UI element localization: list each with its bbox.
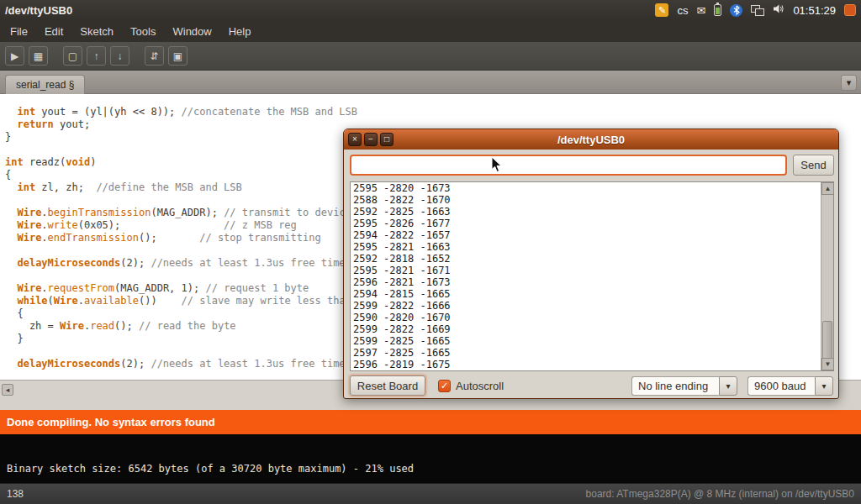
notes-icon[interactable]: ✎: [655, 3, 668, 17]
close-icon[interactable]: ×: [348, 133, 362, 146]
code-line: int yout = (yl|(yh << 8)); //concatenate…: [5, 106, 861, 118]
board-info: board: ATmega328P(A) @ 8 MHz (internal) …: [586, 488, 854, 500]
new-sketch-button[interactable]: ▢: [63, 46, 82, 66]
baud-rate-value[interactable]: 9600 baud: [747, 376, 815, 396]
menu-window[interactable]: Window: [164, 22, 219, 41]
scrollbar-thumb[interactable]: [822, 321, 832, 361]
scroll-up-icon[interactable]: ▲: [821, 182, 834, 195]
autoscroll-label: Autoscroll: [456, 380, 504, 392]
serial-output-line: 2595 -2821 -1671: [351, 265, 833, 276]
footer-bar: 138 board: ATmega328P(A) @ 8 MHz (intern…: [0, 483, 861, 504]
reset-board-button[interactable]: Reset Board: [350, 375, 425, 396]
send-button[interactable]: Send: [793, 155, 834, 176]
serial-monitor-window: × − □ /dev/ttyUSB0 Send 2595 -2820 -1673…: [343, 129, 839, 399]
serial-output-line: 2599 -2822 -1669: [351, 323, 833, 335]
status-bar: Done compiling. No syntax errors found: [0, 410, 861, 434]
menu-sketch[interactable]: Sketch: [71, 22, 122, 41]
serial-monitor-titlebar[interactable]: × − □ /dev/ttyUSB0: [344, 129, 838, 150]
toolbar: ▶▦▢↑↓⇵▣: [0, 42, 861, 71]
autoscroll-control: ✓ Autoscroll: [438, 375, 504, 396]
system-tray: ✎ cs ✉ 01:51:29: [655, 3, 856, 17]
menu-bar: FileEditSketchToolsWindowHelp: [0, 20, 861, 42]
menu-tools[interactable]: Tools: [122, 22, 164, 41]
build-console: Binary sketch size: 6542 bytes (of a 307…: [0, 434, 861, 483]
serial-output-line: 2596 -2819 -1675: [351, 359, 833, 370]
tab-menu-button[interactable]: ▾: [841, 75, 857, 91]
serial-output-line: 2588 -2822 -1670: [351, 194, 833, 206]
bluetooth-icon[interactable]: [730, 4, 742, 17]
save-sketch-button[interactable]: ↓: [110, 46, 129, 66]
line-ending-select[interactable]: No line ending ▾: [631, 376, 737, 396]
serial-output-line: 2595 -2826 -1677: [351, 218, 833, 229]
serial-output-scrollbar[interactable]: ▲ ▼: [821, 182, 833, 370]
baud-rate-select[interactable]: 9600 baud ▾: [747, 376, 833, 396]
reset-board-label: Reset Board: [357, 380, 418, 392]
stop-button[interactable]: ▦: [29, 46, 48, 66]
open-sketch-button[interactable]: ↑: [87, 46, 106, 66]
top-panel: /dev/ttyUSB0 ✎ cs ✉ 01:51:29: [0, 0, 861, 20]
minimize-icon[interactable]: −: [364, 133, 378, 146]
keyboard-layout-indicator[interactable]: cs: [677, 4, 688, 17]
verify-button[interactable]: ▶: [5, 46, 24, 66]
tab-serial-read[interactable]: serial_read §: [5, 75, 85, 94]
mail-icon[interactable]: ✉: [696, 4, 705, 17]
line-ending-value[interactable]: No line ending: [631, 376, 719, 396]
line-number-indicator: 138: [7, 488, 24, 500]
autoscroll-checkbox[interactable]: ✓: [438, 380, 451, 392]
menu-help[interactable]: Help: [220, 22, 260, 41]
chevron-down-icon[interactable]: ▾: [815, 376, 833, 396]
serial-output-line: 2599 -2825 -1665: [351, 335, 833, 347]
screen: /dev/ttyUSB0 ✎ cs ✉ 01:51:29 FileEditSke…: [0, 0, 861, 504]
upload-button[interactable]: ⇵: [145, 46, 164, 66]
serial-monitor-button[interactable]: ▣: [168, 46, 188, 66]
serial-output-line: 2590 -2820 -1670: [351, 312, 833, 323]
clock[interactable]: 01:51:29: [793, 4, 836, 17]
console-text: Binary sketch size: 6542 bytes (of a 307…: [7, 463, 414, 475]
serial-output-line: 2599 -2822 -1666: [351, 300, 833, 312]
volume-icon[interactable]: [773, 3, 784, 17]
serial-output-line: 2595 -2820 -1673: [351, 182, 833, 194]
active-window-title: /dev/ttyUSB0: [5, 4, 72, 17]
tab-label: serial_read §: [16, 79, 74, 91]
serial-send-input[interactable]: [350, 155, 787, 176]
serial-output-line: 2592 -2818 -1652: [351, 253, 833, 265]
serial-output-line: 2594 -2815 -1665: [351, 288, 833, 300]
menu-edit[interactable]: Edit: [36, 22, 71, 41]
serial-output-line: 2597 -2825 -1665: [351, 347, 833, 359]
network-icon[interactable]: [751, 5, 764, 16]
serial-output-line: 2595 -2821 -1663: [351, 241, 833, 253]
scroll-down-icon[interactable]: ▼: [821, 358, 834, 370]
serial-output-line: 2594 -2822 -1657: [351, 229, 833, 241]
session-icon[interactable]: [844, 4, 856, 16]
serial-output-line: 2592 -2825 -1663: [351, 206, 833, 218]
tab-menu-icon: ▾: [847, 77, 852, 88]
tab-bar: serial_read § ▾: [0, 71, 861, 94]
status-message: Done compiling. No syntax errors found: [7, 416, 215, 428]
send-button-label: Send: [800, 159, 826, 171]
hscroll-left-button[interactable]: ◂: [2, 384, 13, 396]
serial-output-area[interactable]: 2595 -2820 -16732588 -2822 -16702592 -28…: [350, 181, 834, 371]
menu-file[interactable]: File: [2, 22, 36, 41]
chevron-down-icon[interactable]: ▾: [719, 376, 737, 396]
battery-icon[interactable]: [714, 4, 721, 16]
maximize-icon[interactable]: □: [380, 133, 394, 146]
serial-monitor-title: /dev/ttyUSB0: [344, 134, 838, 146]
serial-output-line: 2596 -2821 -1673: [351, 276, 833, 288]
